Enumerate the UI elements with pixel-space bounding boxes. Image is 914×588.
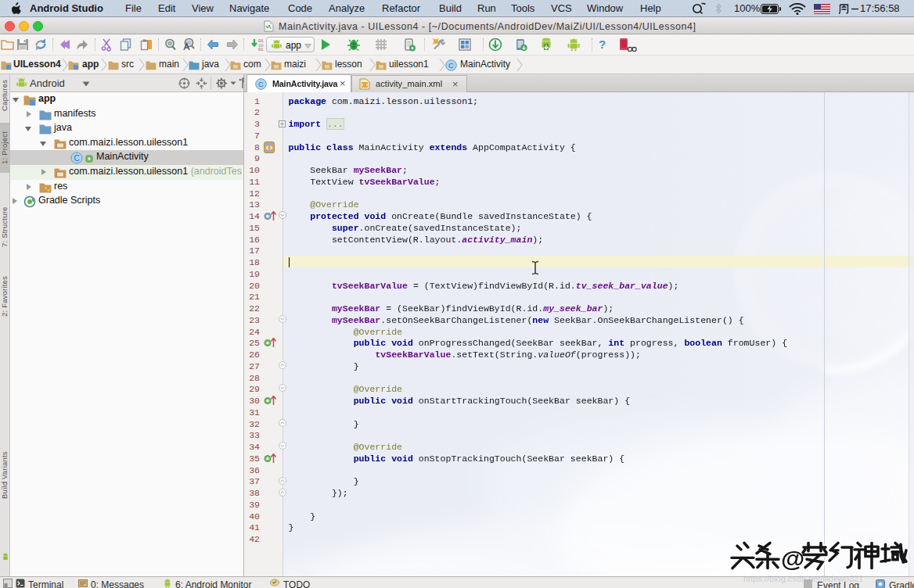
svg-text:C: C	[258, 80, 264, 88]
svg-text:@: @	[781, 547, 804, 572]
svg-text:C: C	[74, 154, 79, 163]
svg-text:01: 01	[258, 47, 264, 52]
svg-text:C: C	[448, 61, 454, 70]
